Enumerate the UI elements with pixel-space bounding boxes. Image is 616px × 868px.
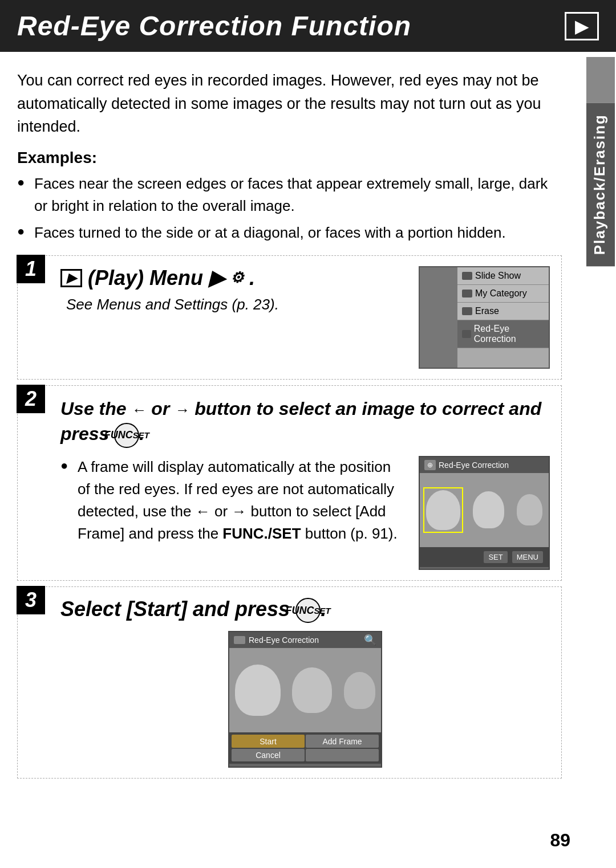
settings-icon: ⚙ — [230, 269, 244, 287]
example-item-2: Faces turned to the side or at a diagona… — [17, 222, 562, 244]
step-2-heading: Use the ← or → button to select an image… — [60, 396, 550, 448]
face-2 — [473, 491, 504, 528]
category-icon — [462, 290, 472, 298]
step-3-screen: Red-Eye Correction 🔍 Start Add Frame Can… — [228, 631, 382, 768]
screen3-face-2 — [292, 667, 332, 713]
step-3-heading: Select [Start] and press FUNCSET. — [60, 597, 550, 623]
step-1-subtitle: See Menus and Settings (p. 23). — [66, 296, 407, 313]
step-1-row: ▶ (Play) Menu ▶ ⚙ . See Menus and Settin… — [60, 266, 550, 369]
step-1-period: . — [249, 266, 255, 290]
screen3-face-1 — [235, 665, 281, 716]
screen-2-faces — [420, 473, 549, 547]
redeye-icon — [462, 330, 471, 338]
step-1-screen: Slide Show My Category Erase — [419, 266, 550, 369]
screen-3-top: Red-Eye Correction 🔍 — [229, 632, 381, 648]
cancel-button[interactable]: Cancel — [232, 749, 305, 762]
examples-label: Examples: — [17, 149, 562, 167]
sidebar-label: Playback/Erasing — [586, 103, 615, 266]
examples-list: Faces near the screen edges or faces tha… — [17, 173, 562, 244]
empty-button — [306, 749, 379, 762]
face-1 — [426, 490, 460, 530]
screen3-face-3 — [344, 672, 375, 709]
screen-bg: Slide Show My Category Erase — [420, 267, 549, 368]
face-1-wrapper — [426, 490, 460, 530]
screen-menu: Slide Show My Category Erase — [457, 267, 549, 368]
step-1-heading-text: (Play) Menu ▶ — [88, 266, 225, 290]
left-arrow-icon: ← — [131, 401, 146, 418]
add-frame-button[interactable]: Add Frame — [306, 735, 379, 748]
step-1-content: ▶ (Play) Menu ▶ ⚙ . See Menus and Settin… — [60, 266, 550, 369]
step-3-content: Select [Start] and press FUNCSET. Red-Ey… — [60, 597, 550, 768]
step-3-row: Red-Eye Correction 🔍 Start Add Frame Can… — [60, 631, 550, 768]
func-set-button-step3[interactable]: FUNCSET — [295, 598, 321, 623]
right-arrow-small: → — [232, 503, 246, 520]
step-2-bullet-text: A frame will display automatically at th… — [60, 456, 407, 545]
menu-item-erase: Erase — [457, 303, 549, 320]
set-btn-label: SET — [484, 551, 507, 563]
page-header: Red-Eye Correction Function ▶ — [0, 0, 616, 52]
intro-text: You can correct red eyes in recorded ima… — [17, 69, 562, 138]
face-3 — [517, 494, 542, 525]
redeye-label: ⊕ — [424, 460, 436, 470]
step-1-number: 1 — [17, 255, 45, 283]
playback-icon: ▶ — [565, 12, 599, 40]
sidebar: Playback/Erasing — [585, 51, 616, 849]
menu-item-slideshow: Slide Show — [457, 267, 549, 285]
start-button[interactable]: Start — [232, 735, 305, 748]
step-3-container: 3 Select [Start] and press FUNCSET. Red-… — [17, 586, 562, 779]
erase-icon — [462, 307, 472, 315]
func-set-button-step2[interactable]: FUNCSET — [114, 423, 139, 448]
page-number: 89 — [550, 830, 570, 851]
page-title: Red-Eye Correction Function — [17, 10, 411, 42]
menu-item-category: My Category — [457, 285, 549, 303]
step-2-container: 2 Use the ← or → button to select an ima… — [17, 385, 562, 581]
menu-btn-label: MENU — [512, 551, 543, 563]
step-2-list: A frame will display automatically at th… — [60, 456, 407, 545]
step-3-number: 3 — [17, 586, 45, 614]
step-1-left: ▶ (Play) Menu ▶ ⚙ . See Menus and Settin… — [60, 266, 407, 313]
play-menu-icon: ▶ — [60, 269, 82, 287]
screen-3-faces — [229, 648, 381, 732]
left-arrow-small: ← — [196, 503, 210, 520]
menu-item-redeye: Red-Eye Correction — [457, 320, 549, 348]
step-1-heading: ▶ (Play) Menu ▶ ⚙ . — [60, 266, 407, 290]
face-1-frame — [423, 487, 463, 533]
sidebar-top-box — [586, 57, 615, 103]
example-item-1: Faces near the screen edges or faces tha… — [17, 173, 562, 217]
screen-2-bottombar: SET MENU — [420, 547, 549, 567]
screen3-search-icon: 🔍 — [364, 634, 376, 646]
step-2-bullet: A frame will display automatically at th… — [60, 456, 407, 556]
screen-3-bottom: Start Add Frame Cancel — [229, 732, 381, 764]
slideshow-icon — [462, 272, 472, 280]
step-2-screen: ⊕ Red-Eye Correction SET — [419, 456, 550, 570]
step-2-number: 2 — [17, 385, 45, 413]
screen-2-topbar: ⊕ Red-Eye Correction — [420, 457, 549, 473]
step-2-content: Use the ← or → button to select an image… — [60, 396, 550, 570]
step-1-container: 1 ▶ (Play) Menu ▶ ⚙ . See Menus and Sett… — [17, 255, 562, 380]
func-set-text: FUNC./SET — [222, 525, 301, 542]
main-content: You can correct red eyes in recorded ima… — [0, 52, 585, 801]
step-2-row: A frame will display automatically at th… — [60, 456, 550, 570]
screen3-icon — [234, 636, 245, 644]
right-arrow-icon: → — [175, 401, 189, 418]
